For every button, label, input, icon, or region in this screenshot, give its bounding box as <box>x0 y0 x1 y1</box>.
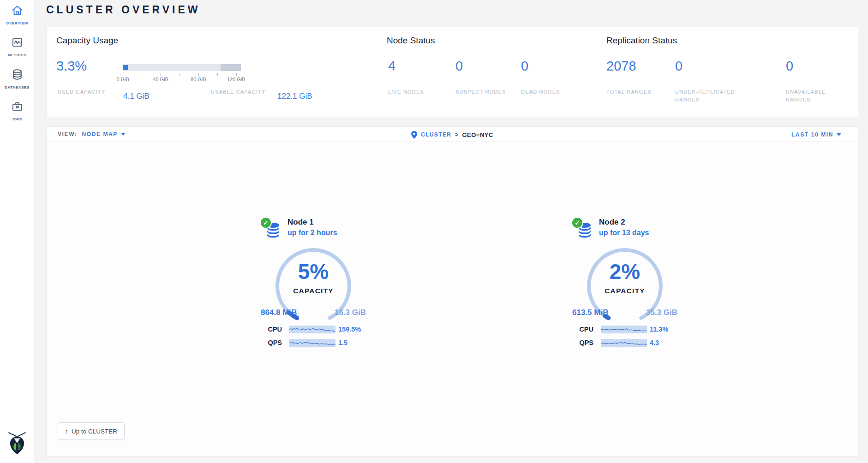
replication-status-title: Replication Status <box>606 36 677 46</box>
qps-label: QPS <box>569 339 597 346</box>
database-icon <box>11 68 24 83</box>
axis-tick <box>180 73 180 76</box>
capacity-bar: 0 GiB40 GiB80 GiB120 GiB <box>123 64 241 83</box>
time-range-dropdown[interactable]: LAST 10 MIN <box>791 131 841 138</box>
view-label: VIEW: <box>58 131 77 137</box>
axis-tick-label: 80 GiB <box>191 77 206 82</box>
under-replicated-ranges-value: 0 <box>675 59 682 74</box>
live-nodes-label: LIVE NODES <box>388 88 439 96</box>
sidebar-item-label: DATABASES <box>5 85 30 89</box>
axis-tick <box>142 73 142 76</box>
capacity-caption: CAPACITY <box>258 287 369 295</box>
suspect-nodes-value: 0 <box>455 59 463 74</box>
axis-tick-label: 40 GiB <box>153 77 168 82</box>
location-pin-icon <box>411 131 417 139</box>
dead-nodes-value: 0 <box>521 59 528 74</box>
sidebar-item-label: JOBS <box>12 117 23 121</box>
cpu-value: 159.5% <box>332 326 369 333</box>
cpu-label: CPU <box>258 326 286 333</box>
view-bar: VIEW: NODE MAP CLUSTER > GEO=NYC LAST 10… <box>46 126 858 142</box>
capacity-bar-axis: 0 GiB40 GiB80 GiB120 GiB <box>123 71 241 83</box>
cpu-value: 11.3% <box>643 326 680 333</box>
qps-sparkline <box>601 339 647 347</box>
up-to-cluster-button[interactable]: ↑ Up to CLUSTER <box>58 422 125 440</box>
cpu-sparkline <box>601 326 647 333</box>
axis-tick <box>217 73 218 76</box>
page-title: CLUSTER OVERVIEW <box>46 4 201 16</box>
briefcase-icon <box>11 101 24 114</box>
node-uptime: up for 2 hours <box>287 227 337 237</box>
chevron-down-icon <box>121 133 126 136</box>
node-total-capacity: 35.3 GiB <box>646 308 677 317</box>
node-map-panel: ✓ Node 1 up for 2 hours 5% CAPACITY 864.… <box>46 142 858 457</box>
capacity-usage-title: Capacity Usage <box>56 36 118 46</box>
arrow-up-icon: ↑ <box>65 427 68 435</box>
view-selector-dropdown[interactable]: NODE MAP <box>82 131 125 137</box>
total-ranges-label: TOTAL RANGES <box>606 88 657 96</box>
check-badge-icon: ✓ <box>571 217 583 229</box>
qps-sparkline <box>289 339 335 347</box>
capacity-caption: CAPACITY <box>569 287 680 295</box>
dead-nodes-label: DEAD NODES <box>521 88 572 96</box>
node-name: Node 2 <box>599 217 649 227</box>
axis-tick <box>236 73 237 76</box>
home-icon <box>11 5 24 18</box>
qps-label: QPS <box>258 339 286 346</box>
live-nodes-value: 4 <box>388 59 395 74</box>
node-used-capacity: 864.8 MiB <box>261 308 297 317</box>
metrics-icon <box>11 36 24 50</box>
axis-tick-label: 0 GiB <box>116 77 129 82</box>
view-selector-value: NODE MAP <box>82 131 117 137</box>
sidebar-item-databases[interactable]: DATABASES <box>0 64 34 89</box>
chevron-down-icon <box>837 133 841 136</box>
sidebar-item-overview[interactable]: OVERVIEW <box>0 0 34 25</box>
used-capacity-value: 4.1 GiB <box>123 92 150 101</box>
sidebar-item-jobs[interactable]: JOBS <box>0 96 34 121</box>
node-total-capacity: 16.3 GiB <box>335 308 366 317</box>
node-card-2[interactable]: ✓ Node 2 up for 13 days 2% CAPACITY 613.… <box>569 217 680 355</box>
breadcrumb-separator: > <box>455 131 458 138</box>
suspect-nodes-label: SUSPECT NODES <box>455 88 506 96</box>
capacity-percent: 2% <box>569 259 680 284</box>
sidebar-item-label: METRICS <box>8 53 26 57</box>
sidebar: OVERVIEW METRICS DATABASES <box>0 0 34 463</box>
node-card-1[interactable]: ✓ Node 1 up for 2 hours 5% CAPACITY 864.… <box>258 217 369 355</box>
capacity-percent: 5% <box>258 259 369 284</box>
unavailable-ranges-label: UNAVAILABLE RANGES <box>786 88 846 104</box>
node-uptime: up for 13 days <box>599 227 649 237</box>
unavailable-ranges-value: 0 <box>786 59 793 74</box>
sidebar-item-metrics[interactable]: METRICS <box>0 32 34 57</box>
qps-value: 1.5 <box>332 339 369 346</box>
cpu-sparkline <box>289 326 335 333</box>
up-to-cluster-label: Up to CLUSTER <box>72 428 117 435</box>
node-used-capacity: 613.5 MiB <box>572 308 608 317</box>
breadcrumb-cluster-link[interactable]: CLUSTER <box>421 131 451 138</box>
total-ranges-value: 2078 <box>606 59 636 74</box>
usable-capacity-value: 122.1 GiB <box>277 92 312 101</box>
node-name: Node 1 <box>287 217 337 227</box>
time-range-value: LAST 10 MIN <box>791 131 833 138</box>
sidebar-item-label: OVERVIEW <box>6 21 28 25</box>
usable-capacity-label: USABLE CAPACITY <box>211 88 266 96</box>
breadcrumb: CLUSTER > GEO=NYC <box>411 127 493 142</box>
qps-value: 4.3 <box>643 339 680 346</box>
axis-tick <box>161 73 161 76</box>
capacity-bar-reserved-segment <box>221 64 241 71</box>
check-badge-icon: ✓ <box>260 217 272 229</box>
capacity-bar-used-segment <box>123 65 128 70</box>
axis-tick-label: 120 GiB <box>227 77 245 82</box>
cockroachdb-logo[interactable] <box>7 432 27 455</box>
breadcrumb-current-locality: GEO=NYC <box>462 131 493 138</box>
axis-tick <box>123 73 123 76</box>
node-status-title: Node Status <box>387 36 435 46</box>
used-capacity-label: USED CAPACITY <box>58 88 113 96</box>
under-replicated-ranges-label: UNDER-REPLICATED RANGES <box>675 88 754 104</box>
axis-tick <box>198 73 199 76</box>
cpu-label: CPU <box>569 326 597 333</box>
capacity-used-percent: 3.3% <box>56 59 87 74</box>
summary-panel: Capacity Usage 3.3% 0 GiB40 GiB80 GiB120… <box>46 27 858 117</box>
